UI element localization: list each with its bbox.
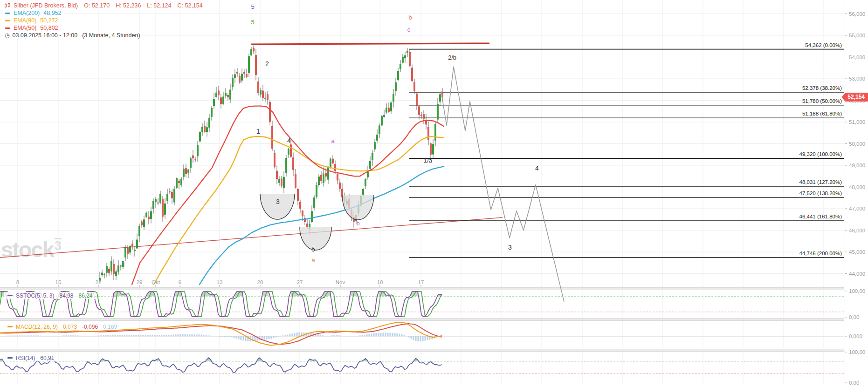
wave-label[interactable]: c — [407, 26, 411, 33]
date-axis-label: 13 — [217, 279, 223, 285]
ema90-value: 50,272 — [40, 17, 58, 24]
clock-icon: ◷ — [5, 32, 9, 39]
wave-label[interactable]: b — [408, 14, 412, 21]
wave-label[interactable]: a — [311, 257, 315, 264]
candle — [138, 226, 140, 236]
macd-legend-row[interactable]: MACD(12, 26, 9) 0,073 -0,096 0,169 — [4, 323, 119, 330]
candle — [159, 195, 161, 203]
candle — [316, 185, 317, 197]
candle — [260, 90, 261, 95]
timeframe-row[interactable]: ◷ 03.09.2025 16:00 - 12:00 (3 Monate, 4 … — [3, 32, 143, 39]
ohlc-close: C: 52,154 — [178, 2, 203, 9]
fib-level-label: 44,746 (200.00%) — [799, 251, 842, 256]
last-price-tag: 52,154 — [841, 93, 868, 102]
candle — [267, 95, 268, 100]
ema90-legend-row[interactable]: EMA(90) 50,272 — [3, 17, 61, 24]
candle — [152, 201, 154, 209]
candle — [220, 98, 221, 104]
wave-label[interactable]: 5 — [311, 245, 315, 253]
wave-label[interactable]: 2/b — [448, 54, 456, 61]
candle — [404, 55, 406, 58]
candle — [362, 190, 364, 195]
sstoc-label: SSTOC(5, 5, 3) — [16, 292, 54, 299]
wave-label[interactable]: 5 — [251, 19, 254, 26]
candle — [437, 104, 438, 119]
candle — [171, 192, 172, 198]
candle — [381, 116, 382, 125]
wave-arc[interactable] — [300, 227, 331, 250]
candle — [388, 108, 389, 112]
wave-label[interactable]: 1/a — [424, 157, 433, 164]
trendline[interactable] — [0, 217, 503, 258]
candle — [264, 98, 266, 99]
wave-label[interactable]: b — [356, 220, 359, 227]
candle — [365, 179, 366, 186]
candle — [285, 158, 287, 173]
candle — [148, 217, 149, 219]
date-axis-label: 20 — [257, 279, 263, 285]
date-axis-label: Nov — [336, 279, 345, 285]
candle — [101, 273, 103, 275]
date-axis-label: 8 — [16, 279, 19, 285]
price-axis-label: 44,000 — [849, 271, 865, 277]
candle — [374, 143, 375, 149]
macd-label: MACD(12, 26, 9) — [16, 324, 58, 330]
date-axis-label: 17 — [418, 279, 424, 285]
ema200-legend-row[interactable]: EMA(200) 48,952 — [3, 9, 64, 17]
rsi-axis-label: 0,00 — [849, 380, 859, 386]
candle — [136, 240, 138, 248]
candle — [400, 64, 401, 69]
candle — [413, 82, 415, 91]
macd-swatch — [7, 326, 13, 327]
rsi-label: RSI(14) — [16, 355, 35, 361]
candle — [311, 211, 312, 222]
wave-label[interactable]: a — [331, 137, 335, 144]
candle — [155, 199, 156, 202]
candle — [134, 250, 135, 251]
resistance-line[interactable] — [251, 43, 489, 44]
wave-label[interactable]: 4 — [287, 137, 291, 144]
candle — [390, 103, 392, 111]
chart-canvas[interactable]: 54,362 (0.00%)52,378 (38.20%)51,780 (50.… — [0, 0, 868, 387]
wave-label[interactable]: 3 — [508, 244, 512, 251]
wave-label[interactable]: 5 — [251, 3, 254, 10]
date-axis[interactable]: 8152229Okt6132027Nov1017 — [16, 279, 424, 287]
date-axis-label: 27 — [297, 279, 303, 285]
fib-level-label: 46,441 (161.80%) — [799, 214, 842, 219]
candle — [290, 145, 291, 156]
fib-level-label: 51,188 (61.80%) — [802, 111, 842, 116]
wave-arc[interactable] — [342, 195, 374, 220]
sstoc-legend-row[interactable]: SSTOC(5, 5, 3) 84,98 86,24 — [4, 292, 95, 299]
candle — [243, 72, 245, 74]
wave-label[interactable]: 1 — [122, 261, 125, 268]
wave-label[interactable]: 1 — [256, 128, 260, 135]
candle — [192, 156, 193, 158]
ema90-label: EMA(90) — [14, 17, 36, 24]
wave-label[interactable]: 3 — [276, 198, 280, 205]
candle — [402, 57, 403, 62]
rsi-axis-label: 100,00 — [849, 349, 865, 355]
candle — [218, 91, 219, 95]
price-axis-label: 45,000 — [849, 249, 865, 255]
candle — [113, 264, 114, 274]
candle — [204, 126, 205, 132]
instrument-legend-row[interactable]: Silber (JFD Brokers, Bid) O: 52,170 H: 5… — [3, 2, 205, 9]
ema200-label: EMA(200) — [14, 10, 40, 16]
rsi-legend-row[interactable]: RSI(14) 60,91 — [4, 354, 56, 361]
wave-label[interactable]: 2 — [265, 60, 269, 68]
candle — [420, 115, 422, 116]
candle — [169, 192, 170, 192]
ohlc-high: H: 52,236 — [116, 2, 141, 9]
candle — [376, 135, 378, 140]
candle — [150, 211, 152, 219]
projection-zigzag[interactable] — [441, 67, 564, 302]
ema50-legend-row[interactable]: EMA(50) 50,802 — [3, 24, 61, 32]
candle — [241, 74, 242, 81]
candle — [409, 53, 410, 66]
rsi-series — [0, 358, 442, 373]
candle — [393, 94, 394, 102]
candle — [190, 159, 191, 168]
candle — [406, 51, 408, 53]
wave-label[interactable]: 4 — [535, 164, 539, 172]
candle — [257, 81, 259, 92]
